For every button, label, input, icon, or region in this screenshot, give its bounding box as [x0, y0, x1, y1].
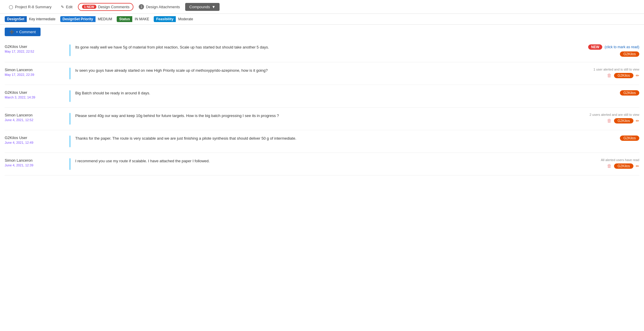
author-name: G2Kilos User [5, 136, 69, 140]
comment-row: Simon LanceronJune 4, 2021, 12:52Please … [5, 108, 639, 130]
status-key: Status [117, 16, 132, 22]
comment-row: G2Kilos UserMarch 3, 2022, 14:39Big Batc… [5, 85, 639, 108]
design-set-value: Key intermediate [27, 16, 58, 22]
status-value: IN MAKE [132, 16, 151, 22]
tag-row: G2Kilos [620, 136, 639, 141]
edit-label: Edit [66, 5, 72, 9]
comment-author: Simon LanceronJune 4, 2021, 12:39 [5, 158, 69, 167]
comment-actions: NEW(click to mark as read)G2Kilos [581, 44, 639, 57]
comment-actions: 2 users alerted and are still to view🗑G2… [581, 113, 639, 123]
author-name: G2Kilos User [5, 44, 69, 49]
priority-value: MEDIUM [96, 16, 115, 22]
feasibility-key: Feasibility [154, 16, 176, 22]
comment-text: Thanks for the paper. The route is very … [75, 136, 576, 141]
author-date: June 4, 2021, 12:52 [5, 118, 69, 122]
project-summary-label: Project R-8 Summary [15, 5, 51, 9]
comment-border-line [69, 90, 71, 102]
comment-row: G2Kilos UserMay 17, 2022, 22:52Its gone … [5, 39, 639, 62]
comment-author: Simon LanceronMay 17, 2022, 22:39 [5, 68, 69, 76]
edit-nav[interactable]: ✎ Edit [57, 3, 76, 11]
pencil-icon: ✎ [61, 5, 64, 9]
alert-status-text: All alerted users have read [601, 158, 639, 162]
plus-icon: ➕ [9, 30, 14, 34]
author-date: May 17, 2022, 22:52 [5, 50, 69, 53]
edit-icon[interactable]: ✏ [636, 164, 639, 168]
new-badge: 1 NEW [82, 5, 96, 9]
tag-row: 🗑G2Kilos✏ [607, 73, 639, 78]
author-date: June 4, 2021, 12:39 [5, 163, 69, 167]
comments-list: G2Kilos UserMay 17, 2022, 22:52Its gone … [0, 39, 644, 175]
author-name: Simon Lanceron [5, 113, 69, 117]
project-summary-nav[interactable]: ◯ Project R-8 Summary [5, 3, 56, 11]
design-attachments-label: Design Attachments [146, 5, 180, 9]
author-name: Simon Lanceron [5, 68, 69, 72]
author-name: Simon Lanceron [5, 158, 69, 163]
tag-row: G2Kilos [620, 90, 639, 96]
design-set-filter: DesignSet Key intermediate [5, 16, 58, 22]
author-name: G2Kilos User [5, 90, 69, 95]
comment-row: Simon LanceronJune 4, 2021, 12:39I recom… [5, 153, 639, 175]
author-date: June 4, 2021, 12:49 [5, 141, 69, 144]
comment-author: Simon LanceronJune 4, 2021, 12:52 [5, 113, 69, 122]
edit-icon[interactable]: ✏ [636, 73, 639, 78]
design-set-key: DesignSet [5, 16, 27, 22]
compounds-button[interactable]: Compounds ▼ [185, 3, 220, 11]
comment-text: I recommend you use my route if scalable… [75, 158, 576, 164]
author-date: May 17, 2022, 22:39 [5, 73, 69, 76]
design-comments-label: Design Comments [98, 5, 130, 9]
clock-icon: ◯ [9, 5, 13, 9]
mark-as-read-link[interactable]: (click to mark as read) [605, 45, 639, 49]
tag-row: 🗑G2Kilos✏ [607, 118, 639, 123]
comment-actions: G2Kilos [581, 136, 639, 141]
feasibility-filter: Feasibility Moderate [154, 16, 195, 22]
chevron-down-icon: ▼ [212, 5, 215, 9]
new-comment-badge: NEW [588, 44, 602, 50]
g2kilos-tag: G2Kilos [614, 118, 633, 123]
author-date: March 3, 2022, 14:39 [5, 96, 69, 99]
g2kilos-tag: G2Kilos [614, 163, 633, 169]
comment-author: G2Kilos UserJune 4, 2021, 12:49 [5, 136, 69, 144]
delete-icon[interactable]: 🗑 [607, 73, 612, 78]
comment-text: Please send 40g our way and keep 10g beh… [75, 113, 576, 119]
comment-actions: All alerted users have read🗑G2Kilos✏ [581, 158, 639, 169]
attachments-count-badge: 1 [139, 4, 144, 9]
comment-author: G2Kilos UserMarch 3, 2022, 14:39 [5, 90, 69, 99]
g2kilos-tag: G2Kilos [620, 51, 639, 57]
edit-icon[interactable]: ✏ [636, 118, 639, 123]
add-comment-button[interactable]: ➕ + Comment [5, 28, 41, 36]
g2kilos-tag: G2Kilos [620, 136, 639, 141]
comment-row: G2Kilos UserJune 4, 2021, 12:49Thanks fo… [5, 130, 639, 153]
g2kilos-tag: G2Kilos [614, 73, 633, 78]
delete-icon[interactable]: 🗑 [607, 118, 612, 123]
comment-actions: G2Kilos [581, 90, 639, 96]
comment-border-line [69, 68, 71, 79]
filter-bar: DesignSet Key intermediate DesignSet Pri… [0, 14, 644, 25]
top-navigation: ◯ Project R-8 Summary ✎ Edit 1 NEW Desig… [0, 0, 644, 14]
new-badge-row: NEW(click to mark as read) [588, 44, 639, 50]
comment-actions: 1 user alerted and is still to view🗑G2Ki… [581, 68, 639, 78]
priority-filter: DesignSet Priority MEDIUM [60, 16, 115, 22]
alert-status-text: 2 users alerted and are still to view [590, 113, 639, 116]
comment-border-line [69, 44, 71, 56]
tag-row: 🗑G2Kilos✏ [607, 163, 639, 169]
delete-icon[interactable]: 🗑 [607, 163, 612, 169]
comment-text: Iv seen you guys have already started on… [75, 68, 576, 73]
g2kilos-tag: G2Kilos [620, 90, 639, 96]
status-filter: Status IN MAKE [117, 16, 151, 22]
comment-author: G2Kilos UserMay 17, 2022, 22:52 [5, 44, 69, 53]
comment-row: Simon LanceronMay 17, 2022, 22:39Iv seen… [5, 62, 639, 85]
compounds-label: Compounds [189, 5, 210, 9]
comment-button-label: + Comment [16, 30, 36, 34]
tag-row: G2Kilos [620, 51, 639, 57]
comment-border-line [69, 136, 71, 147]
comment-text: Its gone really well we have 5g of mater… [75, 44, 576, 50]
comment-border-line [69, 113, 71, 125]
design-comments-nav[interactable]: 1 NEW Design Comments [78, 3, 134, 11]
alert-status-text: 1 user alerted and is still to view [593, 68, 639, 71]
design-attachments-nav[interactable]: 1 Design Attachments [135, 2, 184, 11]
comment-text: Big Batch should be ready in around 8 da… [75, 90, 576, 96]
comment-border-line [69, 158, 71, 170]
priority-key: DesignSet Priority [60, 16, 96, 22]
feasibility-value: Moderate [176, 16, 195, 22]
